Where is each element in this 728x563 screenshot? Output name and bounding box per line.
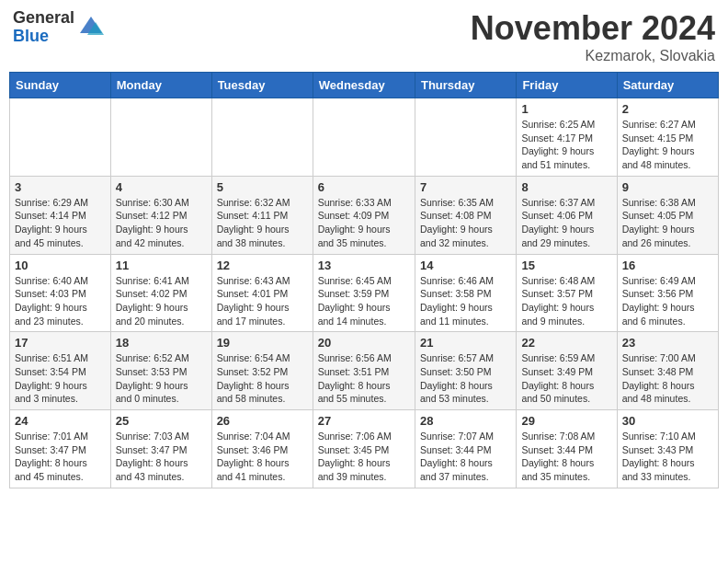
day-info: Sunrise: 6:25 AM Sunset: 4:17 PM Dayligh… — [521, 118, 611, 172]
day-number: 16 — [622, 259, 713, 272]
day-info: Sunrise: 6:52 AM Sunset: 3:53 PM Dayligh… — [116, 351, 207, 406]
day-info: Sunrise: 7:07 AM Sunset: 3:44 PM Dayligh… — [420, 430, 511, 484]
weekday-header-sunday: Sunday — [10, 73, 111, 98]
day-info: Sunrise: 6:51 AM Sunset: 3:54 PM Dayligh… — [15, 351, 106, 406]
calendar-cell: 21Sunrise: 6:57 AM Sunset: 3:50 PM Dayli… — [415, 332, 516, 410]
day-number: 17 — [15, 336, 106, 350]
calendar-cell: 15Sunrise: 6:48 AM Sunset: 3:57 PM Dayli… — [517, 254, 617, 332]
calendar-week-row: 17Sunrise: 6:51 AM Sunset: 3:54 PM Dayli… — [10, 332, 719, 410]
location-title: Kezmarok, Slovakia — [471, 48, 715, 64]
calendar-cell: 7Sunrise: 6:35 AM Sunset: 4:08 PM Daylig… — [415, 176, 516, 254]
day-info: Sunrise: 7:06 AM Sunset: 3:45 PM Dayligh… — [318, 430, 410, 484]
day-number: 3 — [15, 180, 106, 194]
day-number: 30 — [622, 414, 713, 428]
day-info: Sunrise: 7:00 AM Sunset: 3:48 PM Dayligh… — [622, 351, 713, 406]
calendar-cell: 23Sunrise: 7:00 AM Sunset: 3:48 PM Dayli… — [617, 332, 718, 410]
day-number: 10 — [15, 259, 106, 272]
day-info: Sunrise: 6:45 AM Sunset: 3:59 PM Dayligh… — [318, 274, 410, 328]
calendar-cell: 14Sunrise: 6:46 AM Sunset: 3:58 PM Dayli… — [415, 254, 516, 332]
weekday-header-tuesday: Tuesday — [211, 73, 313, 98]
calendar-cell — [415, 98, 516, 177]
day-number: 12 — [217, 259, 308, 272]
day-info: Sunrise: 6:57 AM Sunset: 3:50 PM Dayligh… — [420, 351, 511, 406]
calendar-week-row: 24Sunrise: 7:01 AM Sunset: 3:47 PM Dayli… — [10, 410, 719, 488]
day-info: Sunrise: 6:54 AM Sunset: 3:52 PM Dayligh… — [217, 351, 308, 406]
calendar-cell: 5Sunrise: 6:32 AM Sunset: 4:11 PM Daylig… — [211, 176, 313, 254]
day-info: Sunrise: 6:56 AM Sunset: 3:51 PM Dayligh… — [318, 351, 410, 406]
day-info: Sunrise: 7:10 AM Sunset: 3:43 PM Dayligh… — [622, 430, 713, 484]
day-info: Sunrise: 7:04 AM Sunset: 3:46 PM Dayligh… — [217, 430, 308, 484]
title-block: November 2024 Kezmarok, Slovakia — [471, 9, 715, 64]
calendar-cell — [313, 98, 415, 177]
calendar-cell: 9Sunrise: 6:38 AM Sunset: 4:05 PM Daylig… — [617, 176, 718, 254]
calendar-cell: 10Sunrise: 6:40 AM Sunset: 4:03 PM Dayli… — [10, 254, 111, 332]
day-number: 21 — [420, 336, 511, 350]
calendar-cell: 3Sunrise: 6:29 AM Sunset: 4:14 PM Daylig… — [10, 176, 111, 254]
day-number: 2 — [622, 102, 713, 116]
calendar-cell: 18Sunrise: 6:52 AM Sunset: 3:53 PM Dayli… — [110, 332, 211, 410]
weekday-header-saturday: Saturday — [617, 73, 718, 98]
day-info: Sunrise: 6:49 AM Sunset: 3:56 PM Dayligh… — [622, 274, 713, 328]
day-number: 14 — [420, 259, 511, 272]
calendar-cell: 4Sunrise: 6:30 AM Sunset: 4:12 PM Daylig… — [110, 176, 211, 254]
day-number: 9 — [622, 180, 713, 194]
day-number: 13 — [318, 259, 410, 272]
month-title: November 2024 — [471, 9, 715, 48]
day-number: 28 — [420, 414, 511, 428]
day-info: Sunrise: 6:59 AM Sunset: 3:49 PM Dayligh… — [521, 351, 611, 406]
day-info: Sunrise: 6:29 AM Sunset: 4:14 PM Dayligh… — [15, 196, 106, 250]
day-number: 29 — [521, 414, 611, 428]
calendar-cell: 28Sunrise: 7:07 AM Sunset: 3:44 PM Dayli… — [415, 410, 516, 488]
calendar-cell: 29Sunrise: 7:08 AM Sunset: 3:44 PM Dayli… — [517, 410, 617, 488]
calendar-cell: 20Sunrise: 6:56 AM Sunset: 3:51 PM Dayli… — [313, 332, 415, 410]
calendar-cell: 25Sunrise: 7:03 AM Sunset: 3:47 PM Dayli… — [110, 410, 211, 488]
day-info: Sunrise: 6:30 AM Sunset: 4:12 PM Dayligh… — [116, 196, 207, 250]
day-info: Sunrise: 6:40 AM Sunset: 4:03 PM Dayligh… — [15, 274, 106, 328]
calendar-cell: 11Sunrise: 6:41 AM Sunset: 4:02 PM Dayli… — [110, 254, 211, 332]
day-number: 1 — [521, 102, 611, 116]
day-number: 22 — [521, 336, 611, 350]
weekday-header-monday: Monday — [110, 73, 211, 98]
day-info: Sunrise: 7:01 AM Sunset: 3:47 PM Dayligh… — [15, 430, 106, 484]
calendar-cell: 19Sunrise: 6:54 AM Sunset: 3:52 PM Dayli… — [211, 332, 313, 410]
calendar-cell: 27Sunrise: 7:06 AM Sunset: 3:45 PM Dayli… — [313, 410, 415, 488]
day-number: 19 — [217, 336, 308, 350]
logo-general-text: General — [13, 9, 74, 28]
calendar-cell: 8Sunrise: 6:37 AM Sunset: 4:06 PM Daylig… — [517, 176, 617, 254]
day-info: Sunrise: 7:08 AM Sunset: 3:44 PM Dayligh… — [521, 430, 611, 484]
day-info: Sunrise: 6:46 AM Sunset: 3:58 PM Dayligh… — [420, 274, 511, 328]
weekday-header-thursday: Thursday — [415, 73, 516, 98]
day-number: 11 — [116, 259, 207, 272]
weekday-header-friday: Friday — [517, 73, 617, 98]
calendar-cell: 13Sunrise: 6:45 AM Sunset: 3:59 PM Dayli… — [313, 254, 415, 332]
day-info: Sunrise: 6:33 AM Sunset: 4:09 PM Dayligh… — [318, 196, 410, 250]
day-number: 25 — [116, 414, 207, 428]
day-number: 18 — [116, 336, 207, 350]
calendar-cell: 22Sunrise: 6:59 AM Sunset: 3:49 PM Dayli… — [517, 332, 617, 410]
day-number: 26 — [217, 414, 308, 428]
day-info: Sunrise: 6:35 AM Sunset: 4:08 PM Dayligh… — [420, 196, 511, 250]
day-number: 4 — [116, 180, 207, 194]
day-info: Sunrise: 6:27 AM Sunset: 4:15 PM Dayligh… — [622, 118, 713, 172]
logo: General Blue — [13, 9, 104, 46]
calendar-cell: 26Sunrise: 7:04 AM Sunset: 3:46 PM Dayli… — [211, 410, 313, 488]
day-info: Sunrise: 6:37 AM Sunset: 4:06 PM Dayligh… — [521, 196, 611, 250]
calendar-week-row: 10Sunrise: 6:40 AM Sunset: 4:03 PM Dayli… — [10, 254, 719, 332]
day-info: Sunrise: 6:41 AM Sunset: 4:02 PM Dayligh… — [116, 274, 207, 328]
day-number: 15 — [521, 259, 611, 272]
day-number: 27 — [318, 414, 410, 428]
calendar-cell — [10, 98, 111, 177]
calendar-week-row: 3Sunrise: 6:29 AM Sunset: 4:14 PM Daylig… — [10, 176, 719, 254]
calendar-week-row: 1Sunrise: 6:25 AM Sunset: 4:17 PM Daylig… — [10, 98, 719, 177]
calendar-cell: 6Sunrise: 6:33 AM Sunset: 4:09 PM Daylig… — [313, 176, 415, 254]
calendar-cell: 17Sunrise: 6:51 AM Sunset: 3:54 PM Dayli… — [10, 332, 111, 410]
day-number: 24 — [15, 414, 106, 428]
day-info: Sunrise: 6:48 AM Sunset: 3:57 PM Dayligh… — [521, 274, 611, 328]
day-number: 5 — [217, 180, 308, 194]
calendar-cell: 24Sunrise: 7:01 AM Sunset: 3:47 PM Dayli… — [10, 410, 111, 488]
logo-blue-text: Blue — [13, 28, 74, 46]
page-header: General Blue November 2024 Kezmarok, Slo… — [9, 9, 719, 64]
day-number: 6 — [318, 180, 410, 194]
calendar-cell: 12Sunrise: 6:43 AM Sunset: 4:01 PM Dayli… — [211, 254, 313, 332]
day-number: 8 — [521, 180, 611, 194]
